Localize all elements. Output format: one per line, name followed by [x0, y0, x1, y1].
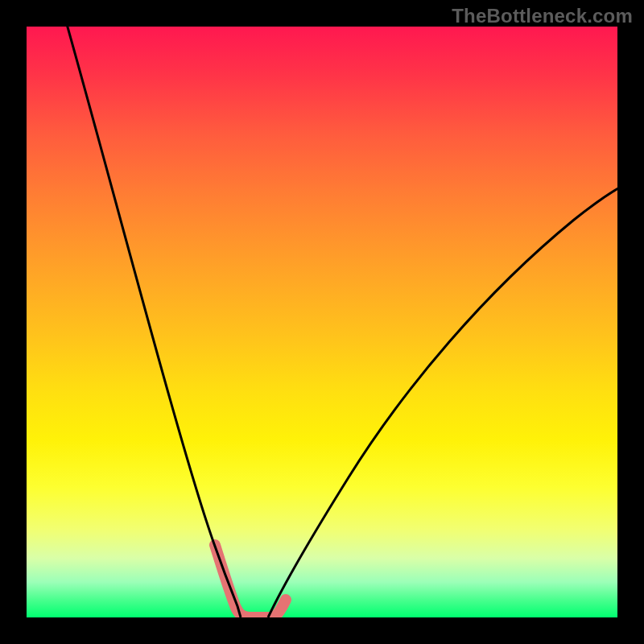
plot-area: [27, 27, 617, 617]
chart-frame: TheBottleneck.com: [0, 0, 644, 644]
curve-left-branch: [65, 27, 241, 617]
curve-layer: [27, 27, 617, 617]
watermark-text: TheBottleneck.com: [452, 5, 633, 27]
highlight-optimum-marker: [215, 545, 286, 617]
curve-right-branch: [268, 186, 617, 617]
